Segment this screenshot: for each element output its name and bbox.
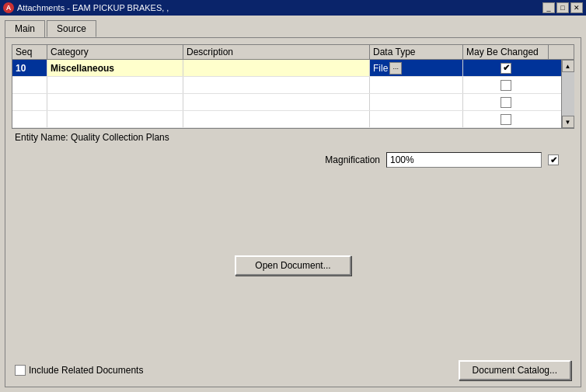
close-button[interactable]: ✕: [570, 2, 583, 13]
include-related-label: Include Related Documents: [29, 365, 143, 376]
app-icon: A: [3, 2, 14, 13]
tab-content: Seq Category Description Data Type May B…: [5, 37, 581, 387]
cell-datatype-4: [370, 111, 463, 127]
col-scrollbar-placeholder: [549, 45, 572, 59]
magnification-row: Magnification ✔: [12, 152, 574, 168]
include-related-container: Include Related Documents: [15, 365, 143, 376]
table-row[interactable]: 10 Miscellaneous File ··· ✔: [12, 60, 561, 77]
scroll-down-button[interactable]: ▼: [562, 116, 574, 128]
dots-button-1[interactable]: ···: [389, 62, 402, 75]
table-body-with-scroll: 10 Miscellaneous File ··· ✔: [12, 60, 574, 128]
cell-description-4[interactable]: [183, 111, 370, 127]
cell-description-1[interactable]: [183, 60, 370, 76]
cell-maybechanged-3: [463, 94, 549, 110]
col-description: Description: [183, 45, 370, 59]
checkmark-1: ✔: [503, 63, 510, 73]
tab-source[interactable]: Source: [47, 20, 96, 37]
magnification-checkmark: ✔: [550, 155, 557, 165]
maximize-button[interactable]: □: [556, 2, 569, 13]
include-related-checkbox[interactable]: [15, 365, 26, 376]
cell-category-4[interactable]: [47, 111, 183, 127]
col-maybechanged: May Be Changed: [463, 45, 549, 59]
center-area: Open Document...: [12, 174, 574, 357]
attachment-table: Seq Category Description Data Type May B…: [12, 44, 574, 129]
cell-seq-3: [12, 94, 47, 110]
document-catalog-button[interactable]: Document Catalog...: [459, 360, 571, 380]
entity-name: Entity Name: Quality Collection Plans: [12, 132, 574, 143]
window-title: Attachments - EAM PICKUP BRAKES, ,: [17, 3, 169, 12]
datatype-value-1: File: [373, 63, 388, 74]
may-be-changed-checkbox-4[interactable]: [501, 114, 511, 125]
bottom-bar: Include Related Documents Document Catal…: [12, 357, 574, 380]
scroll-track[interactable]: [562, 72, 574, 116]
cell-description-3[interactable]: [183, 94, 370, 110]
entity-name-value: Quality Collection Plans: [71, 132, 169, 143]
table-row[interactable]: [12, 77, 561, 94]
cell-seq-2: [12, 77, 47, 93]
table-row[interactable]: [12, 94, 561, 111]
tab-bar: Main Source: [5, 20, 581, 37]
cell-description-2[interactable]: [183, 77, 370, 93]
col-datatype: Data Type: [370, 45, 463, 59]
window-body: Main Source Seq Category Description Dat…: [0, 16, 586, 392]
table-header: Seq Category Description Data Type May B…: [12, 45, 574, 60]
cell-maybechanged-4: [463, 111, 549, 127]
tab-main[interactable]: Main: [5, 20, 45, 37]
open-document-button[interactable]: Open Document...: [235, 255, 351, 276]
cell-datatype-2: [370, 77, 463, 93]
table-row[interactable]: [12, 111, 561, 128]
minimize-button[interactable]: _: [542, 2, 555, 13]
title-bar: A Attachments - EAM PICKUP BRAKES, , _ □…: [0, 0, 586, 16]
cell-category-3[interactable]: [47, 94, 183, 110]
table-rows-container: 10 Miscellaneous File ··· ✔: [12, 60, 561, 128]
may-be-changed-checkbox-2[interactable]: [501, 80, 511, 91]
magnification-checkbox[interactable]: ✔: [548, 154, 559, 165]
cell-datatype-3: [370, 94, 463, 110]
may-be-changed-checkbox-3[interactable]: [501, 97, 511, 108]
cell-maybechanged-1: ✔: [463, 60, 549, 76]
may-be-changed-checkbox-1[interactable]: ✔: [501, 63, 511, 74]
magnification-input[interactable]: [386, 152, 542, 168]
window-controls: _ □ ✕: [542, 2, 583, 13]
cell-seq-4: [12, 111, 47, 127]
cell-category-1[interactable]: Miscellaneous: [47, 60, 183, 76]
cell-seq-1: 10: [12, 60, 47, 76]
magnification-label: Magnification: [325, 154, 380, 165]
entity-name-label: Entity Name:: [15, 132, 68, 143]
cell-maybechanged-2: [463, 77, 549, 93]
table-scrollbar[interactable]: ▲ ▼: [561, 60, 574, 128]
scroll-up-button[interactable]: ▲: [562, 60, 574, 72]
col-category: Category: [47, 45, 183, 59]
cell-category-2[interactable]: [47, 77, 183, 93]
cell-datatype-1: File ···: [370, 60, 463, 76]
col-seq: Seq: [12, 45, 47, 59]
